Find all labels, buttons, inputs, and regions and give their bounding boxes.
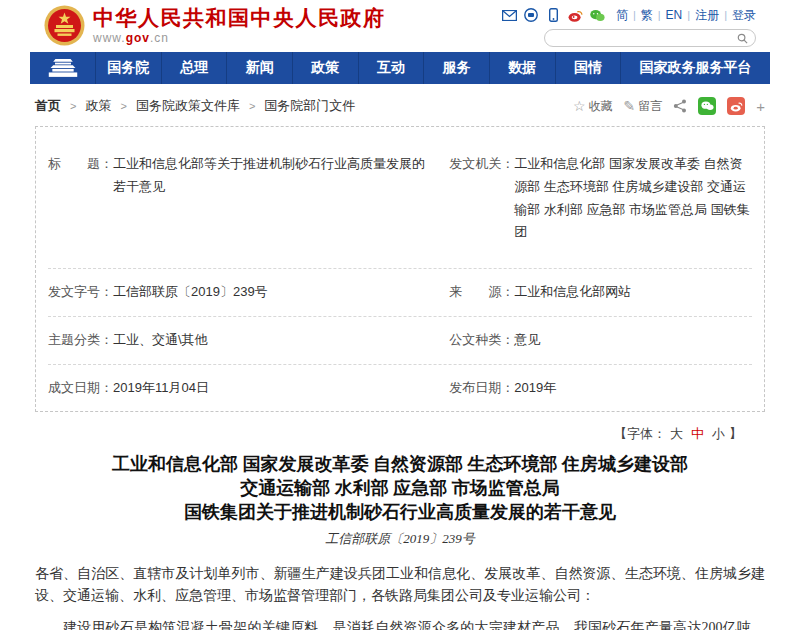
meta-cell-publish-date: 发布日期： 2019年 [449,377,752,400]
site-header: 中华人民共和国中央人民政府 www.gov.cn [0,0,800,52]
favorite-button[interactable]: ☆收藏 [573,98,613,115]
lang-links: 简 | 繁 | EN | 注册 | 登录 [616,7,756,24]
meta-value-source: 工业和信息化部网站 [514,281,752,304]
nav-item-state-council[interactable]: 国务院 [96,52,162,84]
breadcrumb-separator: > [120,100,126,112]
meta-label-source: 来 源： [449,281,514,304]
meta-cell-written-date: 成文日期： 2019年11月04日 [48,377,449,400]
main-nav: 国务院 总理 新闻 政策 互动 服务 数据 国情 国家政务服务平台 [30,52,770,84]
meta-label-issuing-agency: 发文机关： [449,153,514,244]
meta-label-written-date: 成文日期： [48,377,113,400]
wechat-icon[interactable] [590,8,605,23]
breadcrumb-department-documents[interactable]: 国务院部门文件 [264,97,355,115]
more-share-icon[interactable]: + [756,98,765,115]
link-simplified[interactable]: 简 [616,7,628,24]
meta-label-category: 主题分类： [48,329,113,352]
meta-cell-doc-type: 公文种类： 意见 [449,329,752,352]
meta-cell-issuing-agency: 发文机关： 工业和信息化部 国家发展改革委 自然资源部 生态环境部 住房城乡建设… [449,153,752,244]
doc-actions: ☆收藏 ✎留言 + [573,97,765,115]
meta-value-publish-date: 2019年 [514,377,752,400]
document-meta-table: 标 题： 工业和信息化部等关于推进机制砂石行业高质量发展的若干意见 发文机关： … [35,126,765,412]
font-selector-prefix: 【字体： [614,426,666,441]
breadcrumb-policy[interactable]: 政策 [85,97,111,115]
mail-icon[interactable] [502,8,517,23]
header-right: 简 | 繁 | EN | 注册 | 登录 [502,5,756,52]
favorite-label: 收藏 [589,98,613,115]
meta-value-doc-type: 意见 [514,329,752,352]
search-input[interactable] [552,31,737,45]
comment-button[interactable]: ✎留言 [624,98,663,115]
meta-cell-category: 主题分类： 工业、交通\其他 [48,329,449,352]
brand: 中华人民共和国中央人民政府 www.gov.cn [44,5,386,52]
link-separator: | [687,9,690,21]
nav-item-interaction[interactable]: 互动 [359,52,425,84]
font-selector-suffix: 】 [729,426,742,441]
page: 中华人民共和国中央人民政府 www.gov.cn [0,0,800,630]
breadcrumb-row: 首页 > 政策 > 国务院政策文件库 > 国务院部门文件 ☆收藏 ✎留言 + [35,84,765,126]
link-traditional[interactable]: 繁 [641,7,653,24]
client-icon[interactable] [524,8,539,23]
document-title-line1: 工业和信息化部 国家发展改革委 自然资源部 生态环境部 住房城乡建设部 [35,453,765,477]
nav-item-gov-service-platform[interactable]: 国家政务服务平台 [621,52,770,84]
nav-item-services[interactable]: 服务 [424,52,490,84]
search-box [544,29,756,47]
document-number: 工信部联原〔2019〕239号 [35,530,765,548]
salutation-paragraph: 各省、自治区、直辖市及计划单列市、新疆生产建设兵团工业和信息化、发展改革、自然资… [35,563,765,609]
search-icon[interactable] [737,33,748,44]
nav-home-icon[interactable] [30,52,96,84]
star-icon: ☆ [573,100,586,112]
meta-label-doc-number: 发文字号： [48,281,113,304]
breadcrumb: 首页 > 政策 > 国务院政策文件库 > 国务院部门文件 [35,97,355,115]
document-title-line2: 交通运输部 水利部 应急部 市场监管总局 [35,477,765,501]
link-login[interactable]: 登录 [732,7,756,24]
meta-value-title: 工业和信息化部等关于推进机制砂石行业高质量发展的若干意见 [113,153,435,244]
meta-label-title: 标 题： [48,153,113,244]
mobile-icon[interactable] [546,8,561,23]
nav-item-premier[interactable]: 总理 [162,52,228,84]
link-separator: | [724,9,727,21]
site-url-suffix: .cn [150,31,169,45]
national-emblem-icon [44,5,85,46]
brand-text: 中华人民共和国中央人民政府 www.gov.cn [93,5,386,45]
document-title-line3: 国铁集团关于推进机制砂石行业高质量发展的若干意见 [35,501,765,525]
font-small-button[interactable]: 小 [712,426,725,441]
nav-item-news[interactable]: 新闻 [227,52,293,84]
nav-item-data[interactable]: 数据 [490,52,556,84]
link-register[interactable]: 注册 [695,7,719,24]
meta-value-issuing-agency: 工业和信息化部 国家发展改革委 自然资源部 生态环境部 住房城乡建设部 交通运输… [514,153,752,244]
meta-row-dates: 成文日期： 2019年11月04日 发布日期： 2019年 [48,365,752,412]
font-size-selector: 【字体：大中小】 [35,425,742,443]
meta-value-category: 工业、交通\其他 [113,329,435,352]
meta-cell-title: 标 题： 工业和信息化部等关于推进机制砂石行业高质量发展的若干意见 [48,153,449,244]
wechat-share-icon[interactable] [698,97,716,115]
weibo-icon[interactable] [568,8,583,23]
comment-label: 留言 [638,98,662,115]
nav-item-policy[interactable]: 政策 [293,52,359,84]
quick-links-row: 简 | 繁 | EN | 注册 | 登录 [502,7,756,23]
document-body: 工业和信息化部 国家发展改革委 自然资源部 生态环境部 住房城乡建设部 交通运输… [35,453,765,630]
meta-value-written-date: 2019年11月04日 [113,377,435,400]
breadcrumb-home[interactable]: 首页 [35,97,61,115]
breadcrumb-separator: > [249,100,255,112]
nav-item-national-conditions[interactable]: 国情 [556,52,622,84]
meta-row-number-source: 发文字号： 工信部联原〔2019〕239号 来 源： 工业和信息化部网站 [48,269,752,317]
site-url[interactable]: www.gov.cn [93,31,386,45]
weibo-share-icon[interactable] [727,97,745,115]
pen-icon: ✎ [624,100,636,112]
meta-value-doc-number: 工信部联原〔2019〕239号 [113,281,435,304]
meta-label-doc-type: 公文种类： [449,329,514,352]
share-icon[interactable] [673,99,687,113]
meta-cell-source: 来 源： 工业和信息化部网站 [449,281,752,304]
site-url-prefix: www. [93,31,126,45]
meta-row-category-type: 主题分类： 工业、交通\其他 公文种类： 意见 [48,317,752,365]
link-separator: | [658,9,661,21]
font-large-button[interactable]: 大 [670,426,683,441]
meta-row-title-agency: 标 题： 工业和信息化部等关于推进机制砂石行业高质量发展的若干意见 发文机关： … [48,127,752,269]
link-english[interactable]: EN [666,8,683,22]
document-title: 工业和信息化部 国家发展改革委 自然资源部 生态环境部 住房城乡建设部 交通运输… [35,453,765,524]
body-paragraph: 建设用砂石是构筑混凝土骨架的关键原料，是消耗自然资源众多的大宗建材产品。我国砂石… [35,617,765,630]
breadcrumb-policy-library[interactable]: 国务院政策文件库 [136,97,240,115]
link-separator: | [633,9,636,21]
site-title[interactable]: 中华人民共和国中央人民政府 [93,5,386,31]
font-medium-button[interactable]: 中 [691,426,704,441]
